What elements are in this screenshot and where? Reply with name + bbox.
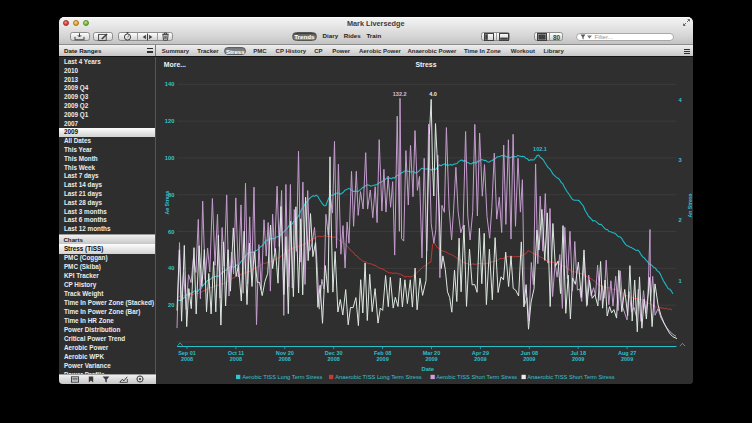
svg-text:2009: 2009 — [621, 356, 633, 362]
svg-text:2009: 2009 — [426, 356, 438, 362]
svg-text:140: 140 — [165, 82, 175, 88]
svg-text:120: 120 — [165, 118, 175, 124]
svg-text:2008: 2008 — [279, 356, 291, 362]
svg-text:20: 20 — [168, 302, 174, 308]
svg-text:Stress: Stress — [416, 61, 437, 68]
svg-text:Aerobic TISS Long Term Stress: Aerobic TISS Long Term Stress — [243, 374, 323, 380]
svg-text:More...: More... — [164, 61, 186, 68]
svg-text:Ae Stress: Ae Stress — [164, 191, 170, 215]
svg-text:2009: 2009 — [572, 356, 584, 362]
svg-text:2: 2 — [679, 217, 682, 223]
svg-text:40: 40 — [168, 266, 174, 272]
svg-text:Anaerobic TISS Short Term Stre: Anaerobic TISS Short Term Stress — [528, 374, 615, 380]
svg-text:80: 80 — [553, 33, 561, 40]
svg-text:60: 60 — [168, 229, 174, 235]
svg-text:Anaerobic TISS Long Term Stres: Anaerobic TISS Long Term Stress — [336, 374, 423, 380]
svg-text:4.0: 4.0 — [429, 91, 437, 97]
svg-text:100: 100 — [165, 155, 175, 161]
svg-text:2009: 2009 — [377, 356, 389, 362]
svg-text:2009: 2009 — [475, 356, 487, 362]
svg-text:1: 1 — [679, 278, 683, 284]
svg-text:3: 3 — [679, 157, 683, 163]
svg-text:4: 4 — [679, 97, 683, 103]
svg-text:Date: Date — [422, 366, 435, 372]
svg-text:Aerobic TISS Short Term Stress: Aerobic TISS Short Term Stress — [436, 374, 517, 380]
svg-text:2009: 2009 — [523, 356, 535, 362]
svg-text:An Stress: An Stress — [687, 193, 693, 217]
svg-text:2008: 2008 — [181, 356, 193, 362]
svg-text:2008: 2008 — [230, 356, 242, 362]
svg-text:2008: 2008 — [328, 356, 340, 362]
svg-text:132.2: 132.2 — [393, 91, 407, 97]
svg-text:102.1: 102.1 — [533, 146, 547, 152]
